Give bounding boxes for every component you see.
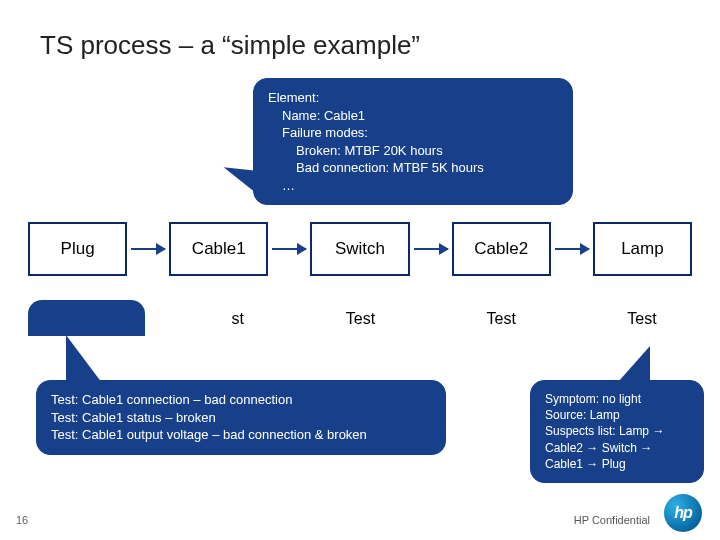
test-label: Test <box>592 310 692 328</box>
callout-overlap <box>28 300 145 336</box>
callout-line: Test: Cable1 status – broken <box>51 410 216 425</box>
node-lamp: Lamp <box>593 222 692 276</box>
callout-line: Symptom: no light <box>545 392 641 406</box>
callout-tail <box>66 335 102 383</box>
callout-line: Test: Cable1 output voltage – bad connec… <box>51 427 367 442</box>
test-label-partial: st <box>169 310 270 328</box>
slide-title: TS process – a “simple example” <box>40 30 420 61</box>
node-label: Lamp <box>621 239 664 259</box>
symptom-callout: Symptom: no light Source: Lamp Suspects … <box>530 380 704 483</box>
callout-line: Element: <box>268 90 319 105</box>
callout-tail <box>618 346 650 382</box>
confidential-label: HP Confidential <box>574 514 650 526</box>
test-label: Test <box>451 310 551 328</box>
page-number: 16 <box>16 514 28 526</box>
test-label: Test <box>310 310 410 328</box>
callout-line: Name: Cable1 <box>268 107 558 125</box>
node-label: Switch <box>335 239 385 259</box>
node-plug: Plug <box>28 222 127 276</box>
callout-line: Broken: MTBF 20K hours <box>268 142 558 160</box>
callout-line: Cable1 → Plug <box>545 457 626 471</box>
arrow-icon <box>414 248 448 250</box>
node-label: Cable2 <box>474 239 528 259</box>
arrow-icon <box>555 248 589 250</box>
callout-line: Test: Cable1 connection – bad connection <box>51 392 292 407</box>
callout-line: Source: Lamp <box>545 408 620 422</box>
callout-line: Suspects list: Lamp → <box>545 424 664 438</box>
node-cable1: Cable1 <box>169 222 268 276</box>
callout-line: Cable2 → Switch → <box>545 441 652 455</box>
arrow-icon <box>272 248 306 250</box>
element-callout: Element: Name: Cable1 Failure modes: Bro… <box>253 78 573 205</box>
node-label: Cable1 <box>192 239 246 259</box>
hp-logo-text: hp <box>674 504 692 522</box>
tests-callout: Test: Cable1 connection – bad connection… <box>36 380 446 455</box>
hp-logo-icon: hp <box>664 494 702 532</box>
node-cable2: Cable2 <box>452 222 551 276</box>
callout-line: Bad connection: MTBF 5K hours <box>268 159 558 177</box>
node-label: Plug <box>61 239 95 259</box>
callout-line: … <box>268 177 558 195</box>
flow-chain: Plug Cable1 Switch Cable2 Lamp <box>28 222 692 276</box>
node-switch: Switch <box>310 222 409 276</box>
callout-line: Failure modes: <box>268 124 558 142</box>
arrow-icon <box>131 248 165 250</box>
